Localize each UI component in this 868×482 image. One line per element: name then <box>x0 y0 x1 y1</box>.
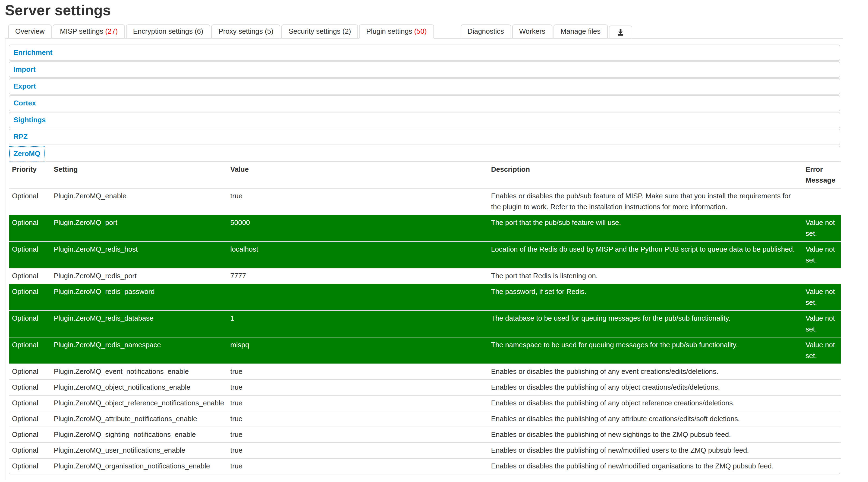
cell-error <box>803 380 841 395</box>
cell-setting: Plugin.ZeroMQ_organisation_notifications… <box>51 458 227 474</box>
col-header-value: Value <box>227 162 488 188</box>
accordion-section-import[interactable]: Import <box>9 62 44 77</box>
cell-error: Value not set. <box>803 310 841 337</box>
cell-value[interactable]: true <box>227 380 488 395</box>
accordion-heading-sightings: Sightings <box>9 113 840 128</box>
cell-value[interactable]: true <box>227 443 488 458</box>
cell-value[interactable]: true <box>227 411 488 427</box>
cell-value[interactable]: localhost <box>227 242 488 268</box>
accordion-heading-export: Export <box>9 79 840 94</box>
cell-value[interactable] <box>227 284 488 310</box>
tab-label: Encryption settings <box>133 27 193 36</box>
tab-diagnostics[interactable]: Diagnostics <box>460 25 511 38</box>
accordion-section-enrichment[interactable]: Enrichment <box>9 45 57 60</box>
setting-row-plugin-zeromq-object-notifications-enable: OptionalPlugin.ZeroMQ_object_notificatio… <box>9 380 841 395</box>
tab-workers[interactable]: Workers <box>512 25 552 38</box>
accordion-section-zeromq[interactable]: ZeroMQ <box>9 146 44 161</box>
setting-row-plugin-zeromq-port: OptionalPlugin.ZeroMQ_port50000The port … <box>9 215 841 242</box>
tab-security-settings[interactable]: Security settings (2) <box>282 25 358 38</box>
tab-label: Overview <box>15 27 44 36</box>
tab-overview[interactable]: Overview <box>8 25 52 38</box>
cell-description: The port that the pub/sub feature will u… <box>488 215 803 242</box>
accordion-group-enrichment: Enrichment <box>9 44 840 61</box>
cell-description: The database to be used for queuing mess… <box>488 310 803 337</box>
tab-label: MISP settings <box>60 27 103 36</box>
cell-priority: Optional <box>9 215 51 242</box>
accordion-section-export[interactable]: Export <box>9 79 44 94</box>
tab-proxy-settings[interactable]: Proxy settings (5) <box>211 25 280 38</box>
setting-row-plugin-zeromq-user-notifications-enable: OptionalPlugin.ZeroMQ_user_notifications… <box>9 443 841 458</box>
cell-value[interactable]: true <box>227 395 488 411</box>
tab-download-button[interactable] <box>609 26 632 38</box>
cell-setting: Plugin.ZeroMQ_redis_database <box>51 310 227 337</box>
cell-error <box>803 458 841 474</box>
accordion-group-import: Import <box>9 61 840 78</box>
cell-value[interactable]: mispq <box>227 337 488 364</box>
cell-description: The namespace to be used for queuing mes… <box>488 337 803 364</box>
cell-description: Location of the Redis db used by MISP an… <box>488 242 803 268</box>
cell-priority: Optional <box>9 443 51 458</box>
accordion-section-cortex[interactable]: Cortex <box>9 96 44 111</box>
cell-value[interactable]: true <box>227 364 488 380</box>
accordion-group-cortex: Cortex <box>9 95 840 111</box>
tab-label: Security settings <box>289 27 341 36</box>
tab-plugin-settings[interactable]: Plugin settings (50) <box>359 25 434 38</box>
cell-error <box>803 268 841 284</box>
cell-value[interactable]: 7777 <box>227 268 488 284</box>
tab-count-badge: (6) <box>192 27 203 36</box>
tab-manage-files[interactable]: Manage files <box>554 25 608 38</box>
cell-value[interactable]: 50000 <box>227 215 488 242</box>
cell-error <box>803 411 841 427</box>
tab-count-badge: (2) <box>341 27 351 36</box>
accordion-group-sightings: Sightings <box>9 112 840 128</box>
cell-priority: Optional <box>9 268 51 284</box>
cell-priority: Optional <box>9 188 51 215</box>
cell-setting: Plugin.ZeroMQ_redis_namespace <box>51 337 227 364</box>
setting-row-plugin-zeromq-redis-database: OptionalPlugin.ZeroMQ_redis_database1The… <box>9 310 841 337</box>
cell-description: Enables or disables the pub/sub feature … <box>488 188 803 215</box>
cell-setting: Plugin.ZeroMQ_redis_port <box>51 268 227 284</box>
tab-label: Diagnostics <box>467 27 504 36</box>
cell-description: Enables or disables the publishing of an… <box>488 395 803 411</box>
accordion-group-rpz: RPZ <box>9 129 840 145</box>
tab-content: EnrichmentImportExportCortexSightingsRPZ… <box>5 38 843 480</box>
cell-description: The port that Redis is listening on. <box>488 268 803 284</box>
cell-value[interactable]: true <box>227 458 488 474</box>
cell-description: Enables or disables the publishing of ne… <box>488 458 803 474</box>
tab-count-badge: (50) <box>412 27 427 36</box>
cell-priority: Optional <box>9 411 51 427</box>
setting-row-plugin-zeromq-redis-host: OptionalPlugin.ZeroMQ_redis_hostlocalhos… <box>9 242 841 268</box>
accordion-section-sightings[interactable]: Sightings <box>9 113 50 128</box>
cell-value[interactable]: true <box>227 427 488 443</box>
page-title: Server settings <box>5 2 843 19</box>
cell-error: Value not set. <box>803 215 841 242</box>
cell-setting: Plugin.ZeroMQ_object_reference_notificat… <box>51 395 227 411</box>
cell-value[interactable]: 1 <box>227 310 488 337</box>
cell-setting: Plugin.ZeroMQ_attribute_notifications_en… <box>51 411 227 427</box>
accordion-heading-rpz: RPZ <box>9 129 840 145</box>
cell-setting: Plugin.ZeroMQ_object_notifications_enabl… <box>51 380 227 395</box>
tab-encryption-settings[interactable]: Encryption settings (6) <box>126 25 211 38</box>
table-header-row: PrioritySettingValueDescriptionError Mes… <box>9 162 841 188</box>
cell-value[interactable]: true <box>227 188 488 215</box>
cell-setting: Plugin.ZeroMQ_port <box>51 215 227 242</box>
cell-priority: Optional <box>9 284 51 310</box>
plugin-settings-table: PrioritySettingValueDescriptionError Mes… <box>9 161 841 474</box>
cell-setting: Plugin.ZeroMQ_redis_password <box>51 284 227 310</box>
cell-priority: Optional <box>9 364 51 380</box>
cell-error <box>803 395 841 411</box>
accordion-section-rpz[interactable]: RPZ <box>9 129 44 145</box>
cell-priority: Optional <box>9 395 51 411</box>
cell-description: The password, if set for Redis. <box>488 284 803 310</box>
cell-priority: Optional <box>9 380 51 395</box>
page-root: Server settings OverviewMISP settings (2… <box>0 2 868 482</box>
accordion-heading-enrichment: Enrichment <box>9 45 840 60</box>
cell-setting: Plugin.ZeroMQ_sighting_notifications_ena… <box>51 427 227 443</box>
tab-label: Workers <box>519 27 545 36</box>
tab-misp-settings[interactable]: MISP settings (27) <box>53 25 125 38</box>
cell-description: Enables or disables the publishing of ne… <box>488 427 803 443</box>
cell-priority: Optional <box>9 310 51 337</box>
setting-row-plugin-zeromq-enable: OptionalPlugin.ZeroMQ_enabletrueEnables … <box>9 188 841 215</box>
tab-bar: OverviewMISP settings (27)Encryption set… <box>5 25 843 38</box>
setting-row-plugin-zeromq-redis-namespace: OptionalPlugin.ZeroMQ_redis_namespacemis… <box>9 337 841 364</box>
